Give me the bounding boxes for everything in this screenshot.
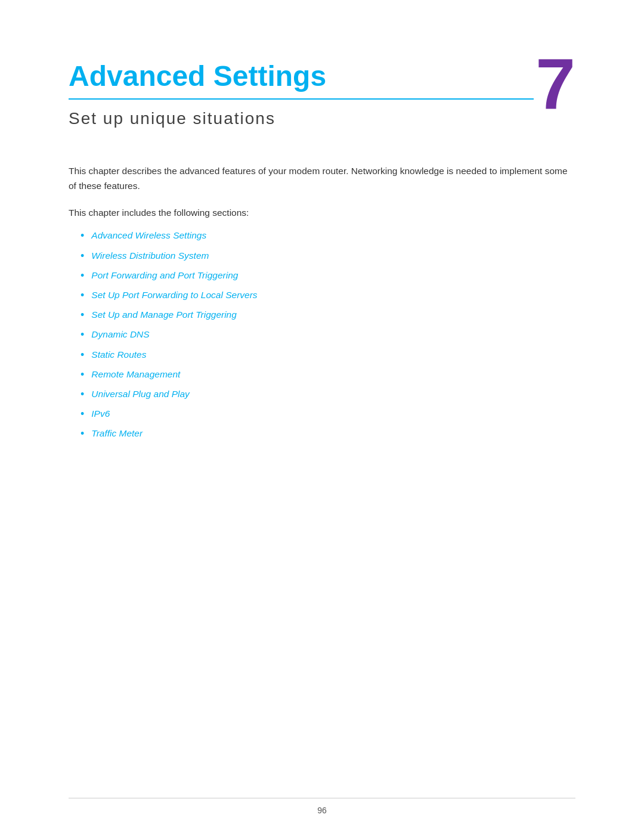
list-item[interactable]: • Dynamic DNS bbox=[80, 327, 575, 342]
bullet-icon: • bbox=[80, 367, 84, 382]
toc-link-setup-port-forwarding[interactable]: Set Up Port Forwarding to Local Servers bbox=[91, 288, 257, 302]
chapter-subtitle: Set up unique situations bbox=[69, 109, 575, 128]
page-footer: 96 bbox=[0, 798, 644, 816]
chapter-number: 7 bbox=[535, 48, 575, 119]
bullet-icon: • bbox=[80, 327, 84, 342]
bullet-icon: • bbox=[80, 288, 84, 303]
page-number: 96 bbox=[69, 806, 575, 815]
sections-label: This chapter includes the following sect… bbox=[69, 206, 575, 221]
toc-list: • Advanced Wireless Settings • Wireless … bbox=[80, 228, 575, 441]
bullet-icon: • bbox=[80, 228, 84, 243]
bullet-icon: • bbox=[80, 308, 84, 323]
intro-paragraph-1: This chapter describes the advanced feat… bbox=[69, 164, 575, 194]
list-item[interactable]: • Remote Management bbox=[80, 367, 575, 382]
toc-link-dynamic-dns[interactable]: Dynamic DNS bbox=[91, 327, 149, 341]
bullet-icon: • bbox=[80, 426, 84, 441]
list-item[interactable]: • Wireless Distribution System bbox=[80, 249, 575, 264]
toc-link-wds[interactable]: Wireless Distribution System bbox=[91, 249, 209, 262]
toc-link-static-routes[interactable]: Static Routes bbox=[91, 348, 146, 361]
toc-link-traffic-meter[interactable]: Traffic Meter bbox=[91, 426, 143, 440]
toc-link-remote-management[interactable]: Remote Management bbox=[91, 367, 180, 381]
bullet-icon: • bbox=[80, 268, 84, 283]
list-item[interactable]: • Universal Plug and Play bbox=[80, 387, 575, 402]
bullet-icon: • bbox=[80, 249, 84, 264]
list-item[interactable]: • IPv6 bbox=[80, 407, 575, 422]
list-item[interactable]: • Advanced Wireless Settings bbox=[80, 228, 575, 243]
toc-link-port-triggering[interactable]: Set Up and Manage Port Triggering bbox=[91, 308, 237, 321]
list-item[interactable]: • Static Routes bbox=[80, 348, 575, 363]
toc-link-upnp[interactable]: Universal Plug and Play bbox=[91, 387, 190, 401]
list-item[interactable]: • Traffic Meter bbox=[80, 426, 575, 441]
toc-link-ipv6[interactable]: IPv6 bbox=[91, 407, 110, 420]
bullet-icon: • bbox=[80, 407, 84, 422]
list-item[interactable]: • Port Forwarding and Port Triggering bbox=[80, 268, 575, 283]
list-item[interactable]: • Set Up Port Forwarding to Local Server… bbox=[80, 288, 575, 303]
chapter-title: Advanced Settings bbox=[69, 60, 575, 92]
bullet-icon: • bbox=[80, 387, 84, 402]
bullet-icon: • bbox=[80, 348, 84, 363]
toc-link-port-forwarding[interactable]: Port Forwarding and Port Triggering bbox=[91, 268, 238, 282]
toc-link-advanced-wireless[interactable]: Advanced Wireless Settings bbox=[91, 228, 206, 242]
list-item[interactable]: • Set Up and Manage Port Triggering bbox=[80, 308, 575, 323]
footer-line bbox=[69, 798, 575, 799]
title-underline bbox=[69, 98, 534, 100]
page-container: 7 Advanced Settings Set up unique situat… bbox=[0, 0, 644, 833]
